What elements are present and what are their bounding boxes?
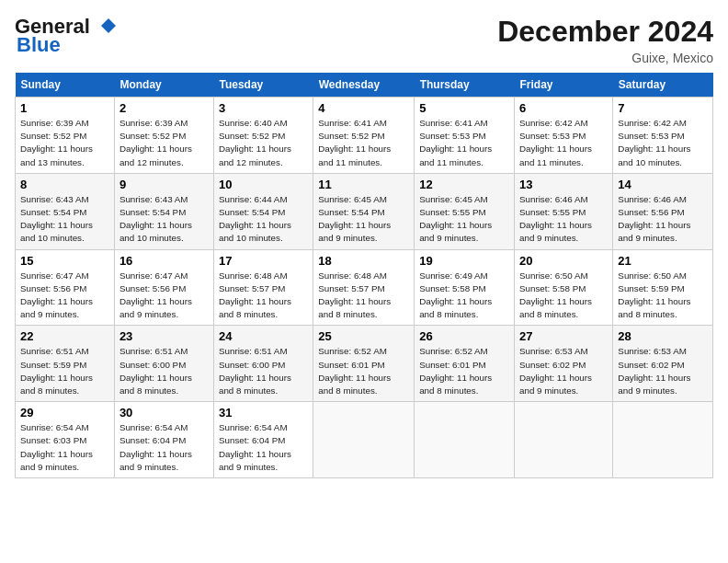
day-number: 4 [318, 101, 409, 115]
col-header-thursday: Thursday [415, 73, 515, 98]
day-cell: 15Sunrise: 6:47 AM Sunset: 5:56 PM Dayli… [16, 249, 115, 326]
day-cell: 31Sunrise: 6:54 AM Sunset: 6:04 PM Dayli… [213, 402, 313, 478]
calendar-table: SundayMondayTuesdayWednesdayThursdayFrid… [15, 73, 713, 478]
day-info: Sunrise: 6:46 AM Sunset: 5:55 PM Dayligh… [519, 193, 608, 246]
day-cell: 28Sunrise: 6:53 AM Sunset: 6:02 PM Dayli… [613, 326, 713, 402]
day-number: 22 [20, 329, 109, 343]
day-number: 3 [219, 101, 308, 115]
day-info: Sunrise: 6:49 AM Sunset: 5:58 PM Dayligh… [419, 270, 509, 322]
day-info: Sunrise: 6:41 AM Sunset: 5:53 PM Dayligh… [419, 117, 509, 169]
month-title: December 2024 [497, 15, 713, 49]
day-cell: 3Sunrise: 6:40 AM Sunset: 5:52 PM Daylig… [213, 98, 313, 174]
day-number: 15 [20, 254, 109, 268]
col-header-friday: Friday [515, 73, 613, 98]
day-info: Sunrise: 6:39 AM Sunset: 5:52 PM Dayligh… [119, 117, 209, 169]
day-cell: 2Sunrise: 6:39 AM Sunset: 5:52 PM Daylig… [114, 98, 213, 174]
day-info: Sunrise: 6:42 AM Sunset: 5:53 PM Dayligh… [618, 117, 708, 169]
day-number: 31 [219, 406, 308, 419]
day-cell [415, 402, 515, 478]
day-info: Sunrise: 6:40 AM Sunset: 5:52 PM Dayligh… [219, 117, 308, 169]
day-cell [613, 402, 713, 478]
day-cell: 7Sunrise: 6:42 AM Sunset: 5:53 PM Daylig… [613, 98, 713, 174]
day-cell: 1Sunrise: 6:39 AM Sunset: 5:52 PM Daylig… [16, 98, 115, 174]
day-info: Sunrise: 6:46 AM Sunset: 5:56 PM Dayligh… [618, 193, 708, 246]
day-number: 2 [119, 101, 209, 115]
day-cell: 20Sunrise: 6:50 AM Sunset: 5:58 PM Dayli… [515, 249, 613, 326]
day-cell: 27Sunrise: 6:53 AM Sunset: 6:02 PM Dayli… [515, 326, 613, 402]
day-number: 9 [119, 178, 209, 191]
logo-icon [92, 17, 125, 37]
day-cell: 10Sunrise: 6:44 AM Sunset: 5:54 PM Dayli… [213, 173, 313, 249]
day-number: 20 [519, 254, 608, 268]
day-number: 10 [219, 178, 308, 191]
col-header-tuesday: Tuesday [213, 73, 313, 98]
day-number: 26 [419, 329, 509, 343]
day-cell [313, 402, 415, 478]
day-info: Sunrise: 6:51 AM Sunset: 5:59 PM Dayligh… [20, 345, 109, 397]
day-number: 23 [119, 329, 209, 343]
day-cell: 6Sunrise: 6:42 AM Sunset: 5:53 PM Daylig… [515, 98, 613, 174]
day-cell: 25Sunrise: 6:52 AM Sunset: 6:01 PM Dayli… [313, 326, 415, 402]
day-info: Sunrise: 6:50 AM Sunset: 5:59 PM Dayligh… [618, 270, 708, 322]
day-cell: 30Sunrise: 6:54 AM Sunset: 6:04 PM Dayli… [114, 402, 213, 478]
day-cell: 17Sunrise: 6:48 AM Sunset: 5:57 PM Dayli… [213, 249, 313, 326]
day-cell: 21Sunrise: 6:50 AM Sunset: 5:59 PM Dayli… [613, 249, 713, 326]
logo-blue: Blue [17, 33, 61, 57]
day-number: 19 [419, 254, 509, 268]
location: Guixe, Mexico [497, 51, 713, 65]
day-number: 18 [318, 254, 409, 268]
day-number: 5 [419, 101, 509, 115]
day-info: Sunrise: 6:52 AM Sunset: 6:01 PM Dayligh… [419, 345, 509, 397]
day-cell [515, 402, 613, 478]
day-number: 12 [419, 178, 509, 191]
logo: General Blue [15, 15, 125, 57]
day-cell: 19Sunrise: 6:49 AM Sunset: 5:58 PM Dayli… [415, 249, 515, 326]
day-number: 24 [219, 329, 308, 343]
day-cell: 14Sunrise: 6:46 AM Sunset: 5:56 PM Dayli… [613, 173, 713, 249]
day-info: Sunrise: 6:42 AM Sunset: 5:53 PM Dayligh… [519, 117, 608, 169]
day-number: 16 [119, 254, 209, 268]
day-info: Sunrise: 6:45 AM Sunset: 5:54 PM Dayligh… [318, 193, 409, 246]
day-cell: 8Sunrise: 6:43 AM Sunset: 5:54 PM Daylig… [16, 173, 115, 249]
day-number: 21 [618, 254, 708, 268]
day-info: Sunrise: 6:53 AM Sunset: 6:02 PM Dayligh… [618, 345, 708, 397]
day-cell: 26Sunrise: 6:52 AM Sunset: 6:01 PM Dayli… [415, 326, 515, 402]
day-number: 29 [20, 406, 109, 419]
day-cell: 11Sunrise: 6:45 AM Sunset: 5:54 PM Dayli… [313, 173, 415, 249]
day-cell: 23Sunrise: 6:51 AM Sunset: 6:00 PM Dayli… [114, 326, 213, 402]
day-number: 11 [318, 178, 409, 191]
col-header-saturday: Saturday [613, 73, 713, 98]
day-number: 28 [618, 329, 708, 343]
day-number: 27 [519, 329, 608, 343]
day-info: Sunrise: 6:45 AM Sunset: 5:55 PM Dayligh… [419, 193, 509, 246]
day-info: Sunrise: 6:54 AM Sunset: 6:04 PM Dayligh… [119, 421, 209, 474]
day-cell: 4Sunrise: 6:41 AM Sunset: 5:52 PM Daylig… [313, 98, 415, 174]
day-info: Sunrise: 6:44 AM Sunset: 5:54 PM Dayligh… [219, 193, 308, 246]
day-cell: 24Sunrise: 6:51 AM Sunset: 6:00 PM Dayli… [213, 326, 313, 402]
day-info: Sunrise: 6:51 AM Sunset: 6:00 PM Dayligh… [219, 345, 308, 397]
day-info: Sunrise: 6:51 AM Sunset: 6:00 PM Dayligh… [119, 345, 209, 397]
day-info: Sunrise: 6:54 AM Sunset: 6:04 PM Dayligh… [219, 421, 308, 474]
day-cell: 29Sunrise: 6:54 AM Sunset: 6:03 PM Dayli… [16, 402, 115, 478]
day-cell: 18Sunrise: 6:48 AM Sunset: 5:57 PM Dayli… [313, 249, 415, 326]
day-info: Sunrise: 6:53 AM Sunset: 6:02 PM Dayligh… [519, 345, 608, 397]
week-row-5: 29Sunrise: 6:54 AM Sunset: 6:03 PM Dayli… [16, 402, 713, 478]
day-cell: 9Sunrise: 6:43 AM Sunset: 5:54 PM Daylig… [114, 173, 213, 249]
day-number: 13 [519, 178, 608, 191]
col-header-wednesday: Wednesday [313, 73, 415, 98]
col-header-monday: Monday [114, 73, 213, 98]
day-number: 8 [20, 178, 109, 191]
day-info: Sunrise: 6:52 AM Sunset: 6:01 PM Dayligh… [318, 345, 409, 397]
day-info: Sunrise: 6:54 AM Sunset: 6:03 PM Dayligh… [20, 421, 109, 474]
page-header: General Blue December 2024 Guixe, Mexico [15, 15, 713, 65]
day-number: 7 [618, 101, 708, 115]
week-row-2: 8Sunrise: 6:43 AM Sunset: 5:54 PM Daylig… [16, 173, 713, 249]
calendar-body: 1Sunrise: 6:39 AM Sunset: 5:52 PM Daylig… [16, 98, 713, 478]
day-number: 25 [318, 329, 409, 343]
svg-marker-0 [94, 18, 123, 33]
day-info: Sunrise: 6:48 AM Sunset: 5:57 PM Dayligh… [318, 270, 409, 322]
day-info: Sunrise: 6:47 AM Sunset: 5:56 PM Dayligh… [119, 270, 209, 322]
title-block: December 2024 Guixe, Mexico [497, 15, 713, 65]
week-row-4: 22Sunrise: 6:51 AM Sunset: 5:59 PM Dayli… [16, 326, 713, 402]
week-row-3: 15Sunrise: 6:47 AM Sunset: 5:56 PM Dayli… [16, 249, 713, 326]
